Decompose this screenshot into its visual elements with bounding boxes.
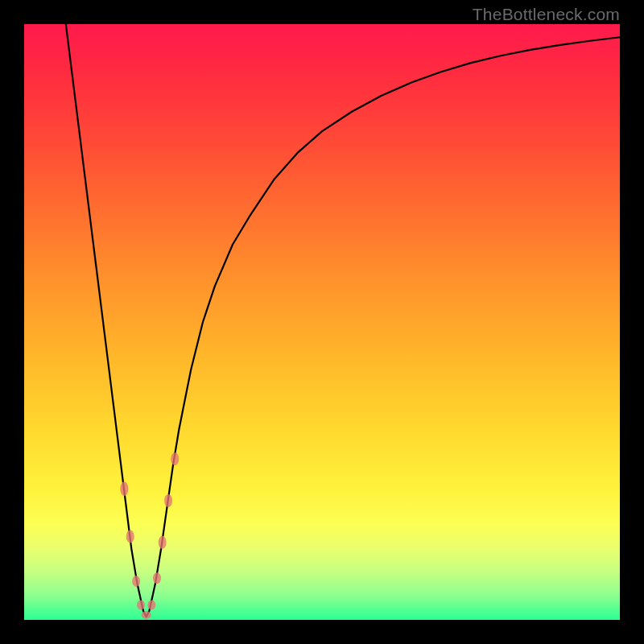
bottleneck-curve	[66, 24, 620, 617]
data-marker	[147, 601, 155, 610]
data-marker	[126, 530, 134, 543]
data-marker	[171, 452, 179, 465]
data-marker	[120, 481, 128, 496]
data-marker	[153, 572, 161, 584]
data-marker	[142, 611, 151, 619]
data-marker	[164, 494, 172, 507]
data-marker	[132, 576, 140, 587]
data-marker	[159, 536, 167, 549]
data-marker	[137, 601, 145, 610]
chart-frame: TheBottleneck.com	[0, 0, 644, 644]
chart-svg	[0, 0, 644, 644]
